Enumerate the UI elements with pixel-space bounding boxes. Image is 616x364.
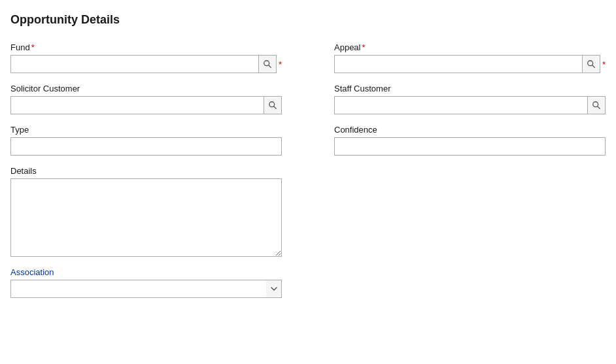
details-label: Details — [10, 166, 282, 176]
appeal-label: Appeal* — [334, 42, 606, 52]
right-column: Appeal* * Staff Customer — [334, 42, 606, 308]
details-group: Details — [10, 166, 282, 257]
appeal-input[interactable] — [334, 55, 582, 73]
association-label: Association — [10, 267, 282, 277]
confidence-label: Confidence — [334, 125, 606, 135]
appeal-required-indicator: * — [602, 59, 606, 69]
svg-line-7 — [598, 107, 600, 109]
association-group: Association — [10, 267, 282, 298]
form-grid: Fund* * Solicitor Customer — [10, 42, 606, 308]
svg-line-1 — [269, 65, 271, 68]
confidence-input[interactable] — [334, 137, 606, 156]
details-textarea[interactable] — [10, 178, 282, 257]
page-title: Opportunity Details — [10, 13, 606, 27]
svg-line-5 — [592, 65, 595, 68]
appeal-search-button[interactable] — [582, 55, 600, 73]
association-select-wrapper — [10, 280, 282, 298]
type-group: Type — [10, 125, 282, 156]
fund-required-star: * — [31, 42, 35, 52]
appeal-input-wrapper: * — [334, 55, 606, 73]
svg-line-3 — [274, 107, 277, 109]
type-input[interactable] — [10, 137, 282, 156]
fund-label: Fund* — [10, 42, 282, 52]
fund-input-wrapper: * — [10, 55, 282, 73]
staff-customer-search-button[interactable] — [587, 96, 606, 114]
staff-customer-group: Staff Customer — [334, 84, 606, 114]
appeal-group: Appeal* * — [334, 42, 606, 73]
fund-search-button[interactable] — [258, 55, 277, 73]
fund-group: Fund* * — [10, 42, 282, 73]
fund-input[interactable] — [10, 55, 258, 73]
staff-customer-search-icon — [592, 101, 601, 110]
solicitor-customer-input-wrapper — [10, 96, 282, 114]
appeal-required-star: * — [362, 42, 365, 52]
staff-customer-input[interactable] — [334, 96, 587, 114]
appeal-search-icon — [587, 59, 596, 69]
association-link[interactable]: Association — [10, 267, 54, 277]
solicitor-customer-label: Solicitor Customer — [10, 84, 282, 93]
solicitor-customer-group: Solicitor Customer — [10, 84, 282, 114]
fund-search-icon — [263, 59, 272, 69]
staff-customer-label: Staff Customer — [334, 84, 606, 93]
solicitor-customer-search-icon — [268, 101, 277, 110]
staff-customer-input-wrapper — [334, 96, 606, 114]
fund-required-indicator: * — [279, 59, 282, 69]
confidence-group: Confidence — [334, 125, 606, 156]
association-select[interactable] — [10, 280, 282, 298]
type-label: Type — [10, 125, 282, 135]
solicitor-customer-input[interactable] — [10, 96, 264, 114]
left-column: Fund* * Solicitor Customer — [10, 42, 282, 308]
solicitor-customer-search-button[interactable] — [264, 96, 282, 114]
